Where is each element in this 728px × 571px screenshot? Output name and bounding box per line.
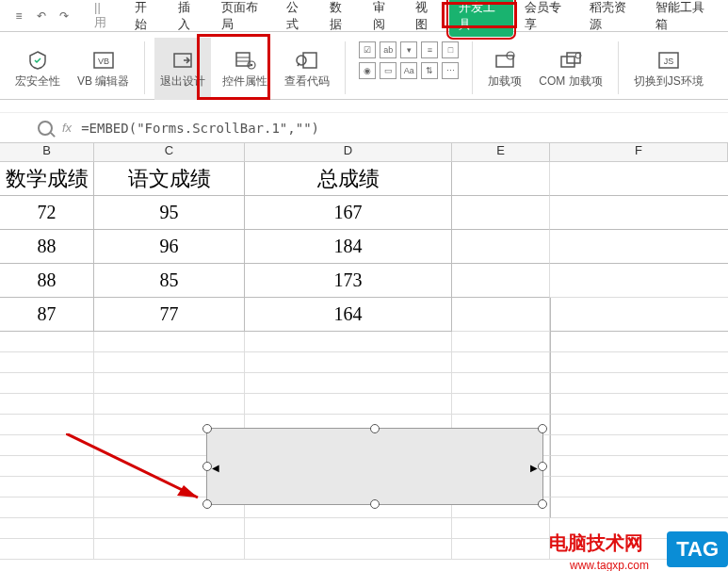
control-more-icon[interactable]: ⋯ bbox=[442, 62, 459, 79]
form-controls-grid[interactable]: ☑ ab ▾ ≡ □ ◉ ▭ Aa ⇅ ⋯ bbox=[355, 38, 462, 83]
control-radio-icon[interactable]: ◉ bbox=[359, 62, 376, 79]
resize-handle[interactable] bbox=[370, 499, 380, 509]
cell-math[interactable]: 87 bbox=[0, 298, 94, 332]
col-header-f[interactable]: F bbox=[550, 143, 728, 162]
svg-rect-8 bbox=[303, 53, 316, 68]
resize-handle[interactable] bbox=[202, 424, 212, 433]
svg-point-7 bbox=[251, 63, 253, 66]
exit-design-icon bbox=[170, 49, 196, 72]
js-icon: JS bbox=[655, 49, 682, 72]
watermark-url: www.tagxp.com bbox=[570, 559, 649, 571]
switch-js-button[interactable]: JS 切换到JS环境 bbox=[628, 38, 709, 100]
tab-review[interactable]: 审阅 bbox=[364, 0, 405, 37]
redo-icon[interactable]: ↷ bbox=[57, 8, 72, 24]
exit-design-button[interactable]: 退出设计 bbox=[154, 38, 211, 100]
switch-js-label: 切换到JS环境 bbox=[634, 73, 704, 90]
cell-total[interactable]: 173 bbox=[245, 264, 452, 298]
control-label-icon[interactable]: Aa bbox=[400, 62, 417, 79]
col-header-c[interactable]: C bbox=[94, 143, 245, 162]
svg-point-9 bbox=[297, 56, 306, 65]
scrollbar-control[interactable]: ◀ ▶ bbox=[206, 428, 543, 505]
cell-empty[interactable] bbox=[550, 264, 728, 298]
addin-icon bbox=[492, 49, 518, 72]
tab-used[interactable]: || 用 bbox=[85, 0, 123, 35]
table-header-row: 数学成绩 语文成绩 总成绩 bbox=[0, 162, 728, 196]
view-code-button[interactable]: 查看代码 bbox=[279, 38, 335, 100]
cell-empty[interactable] bbox=[452, 298, 550, 332]
tab-resources[interactable]: 稻壳资源 bbox=[580, 0, 643, 37]
cell-total[interactable]: 164 bbox=[245, 298, 452, 332]
addins-button[interactable]: 加载项 bbox=[482, 38, 527, 100]
control-button-icon[interactable]: □ bbox=[442, 41, 459, 58]
undo-icon[interactable]: ↶ bbox=[34, 8, 49, 24]
control-properties-button[interactable]: 控件属性 bbox=[217, 38, 273, 100]
svg-text:VB: VB bbox=[98, 57, 109, 66]
cell-chinese[interactable]: 96 bbox=[94, 230, 245, 264]
tab-formula[interactable]: 公式 bbox=[277, 0, 318, 37]
col-header-d[interactable]: D bbox=[245, 143, 452, 162]
tab-data[interactable]: 数据 bbox=[320, 0, 362, 37]
control-list-icon[interactable]: ≡ bbox=[421, 41, 438, 58]
fx-label[interactable]: fx bbox=[62, 121, 72, 135]
table-row: 87 77 164 bbox=[0, 298, 728, 332]
resize-handle[interactable] bbox=[538, 424, 547, 433]
control-group-icon[interactable]: ▭ bbox=[380, 62, 396, 79]
cell-chinese[interactable]: 95 bbox=[94, 196, 245, 230]
tab-developer[interactable]: 开发工具 bbox=[449, 0, 512, 37]
header-math[interactable]: 数学成绩 bbox=[0, 162, 94, 196]
com-addin-icon bbox=[558, 49, 584, 72]
svg-text:JS: JS bbox=[663, 57, 673, 66]
cell-chinese[interactable]: 85 bbox=[94, 264, 245, 298]
column-headers: B C D E F bbox=[0, 143, 728, 162]
code-icon bbox=[294, 49, 320, 72]
vb-editor-button[interactable]: VB VB 编辑器 bbox=[72, 38, 135, 100]
resize-handle[interactable] bbox=[370, 424, 380, 433]
cell-empty[interactable] bbox=[550, 196, 728, 230]
properties-label: 控件属性 bbox=[222, 73, 267, 90]
cell-math[interactable]: 72 bbox=[0, 196, 94, 230]
control-spinner-icon[interactable]: ⇅ bbox=[421, 62, 438, 79]
resize-handle[interactable] bbox=[538, 462, 547, 471]
control-textbox-icon[interactable]: ab bbox=[380, 41, 396, 58]
tab-start[interactable]: 开始 bbox=[125, 0, 167, 37]
vb-editor-label: VB 编辑器 bbox=[77, 73, 129, 90]
menu-icon[interactable]: ≡ bbox=[11, 8, 26, 24]
tab-layout[interactable]: 页面布局 bbox=[212, 0, 275, 37]
cell-empty[interactable] bbox=[550, 162, 728, 196]
table-row: 88 96 184 bbox=[0, 230, 728, 264]
cell-empty[interactable] bbox=[452, 230, 550, 264]
cell-empty[interactable] bbox=[452, 196, 550, 230]
macro-security-button[interactable]: 宏安全性 bbox=[9, 38, 66, 100]
cell-empty[interactable] bbox=[452, 162, 550, 196]
tab-vip[interactable]: 会员专享 bbox=[515, 0, 578, 37]
tab-tools[interactable]: 智能工具箱 bbox=[646, 0, 720, 37]
resize-handle[interactable] bbox=[202, 499, 212, 509]
ribbon: 宏安全性 VB VB 编辑器 退出设计 控件属性 查看代码 ☑ ab ▾ ≡ □… bbox=[0, 32, 728, 100]
svg-rect-11 bbox=[496, 56, 513, 67]
com-addins-button[interactable]: COM 加载项 bbox=[533, 38, 607, 100]
col-header-b[interactable]: B bbox=[0, 143, 94, 162]
resize-handle[interactable] bbox=[538, 499, 547, 509]
magnifier-icon[interactable] bbox=[38, 121, 53, 136]
formula-input[interactable]: =EMBED("Forms.ScrollBar.1","") bbox=[81, 121, 319, 136]
tab-insert[interactable]: 插入 bbox=[169, 0, 210, 37]
formula-bar: fx =EMBED("Forms.ScrollBar.1","") bbox=[0, 113, 728, 143]
cell-total[interactable]: 184 bbox=[245, 230, 452, 264]
cell-empty[interactable] bbox=[550, 230, 728, 264]
cell-chinese[interactable]: 77 bbox=[94, 298, 245, 332]
com-addins-label: COM 加载项 bbox=[539, 73, 602, 90]
cell-math[interactable]: 88 bbox=[0, 230, 94, 264]
cell-total[interactable]: 167 bbox=[245, 196, 452, 230]
exit-design-label: 退出设计 bbox=[160, 73, 205, 90]
cell-empty[interactable] bbox=[550, 298, 728, 332]
cell-math[interactable]: 88 bbox=[0, 264, 94, 298]
resize-handle[interactable] bbox=[202, 462, 212, 471]
control-combo-icon[interactable]: ▾ bbox=[400, 41, 417, 58]
header-chinese[interactable]: 语文成绩 bbox=[94, 162, 245, 196]
header-total[interactable]: 总成绩 bbox=[245, 162, 452, 196]
control-checkbox-icon[interactable]: ☑ bbox=[359, 41, 376, 58]
cell-empty[interactable] bbox=[452, 264, 550, 298]
tab-view[interactable]: 视图 bbox=[406, 0, 447, 37]
col-header-e[interactable]: E bbox=[452, 143, 550, 162]
watermark-text: 电脑技术网 bbox=[549, 530, 643, 556]
